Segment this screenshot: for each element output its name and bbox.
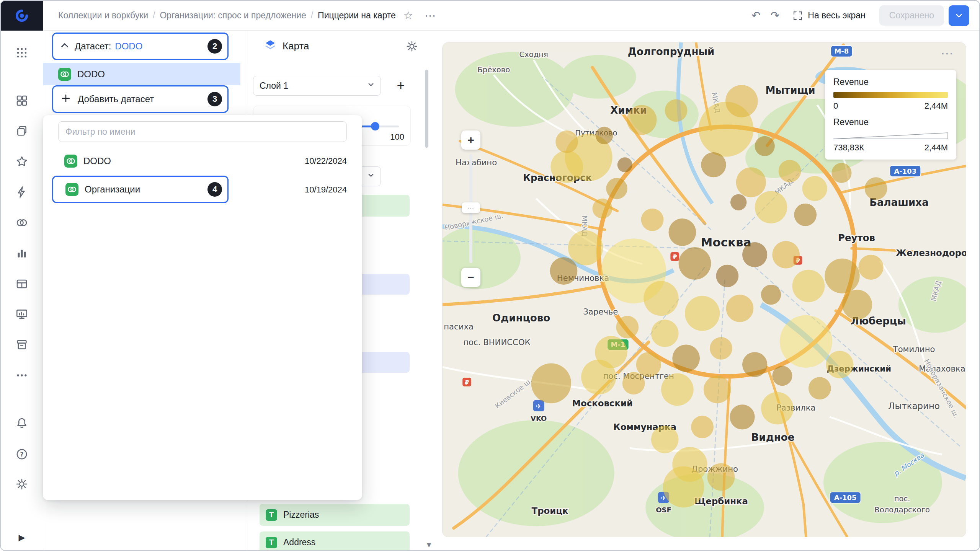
breadcrumb-workbook[interactable]: Организации: спрос и предложение — [160, 10, 306, 21]
help-icon[interactable]: ? — [1, 443, 43, 465]
zoom-slider-handle[interactable]: ⋯ — [462, 202, 480, 213]
revenue-bubble[interactable] — [651, 426, 679, 453]
revenue-bubble[interactable] — [568, 230, 603, 265]
revenue-bubble[interactable] — [581, 360, 616, 395]
favorites-icon[interactable] — [1, 151, 43, 172]
revenue-bubble[interactable] — [792, 270, 825, 302]
revenue-bubble[interactable] — [825, 258, 859, 293]
revenue-bubble[interactable] — [730, 404, 755, 429]
zoom-out-button[interactable]: − — [461, 268, 480, 287]
revenue-bubble[interactable] — [651, 320, 679, 347]
revenue-bubble[interactable] — [617, 157, 632, 172]
save-dropdown-button[interactable] — [949, 5, 969, 26]
editor-icon[interactable] — [1, 181, 43, 203]
storage-icon[interactable] — [1, 334, 43, 355]
fullscreen-icon[interactable] — [792, 10, 803, 21]
revenue-bubble[interactable] — [831, 163, 851, 183]
map-container[interactable]: СходняБрёховоДолгопрудныйМытищиХимкиПути… — [442, 42, 966, 537]
revenue-bubble[interactable] — [780, 315, 832, 368]
fullscreen-label[interactable]: На весь экран — [808, 10, 866, 21]
add-layer-button[interactable]: + — [391, 76, 411, 96]
revenue-bubble[interactable] — [641, 209, 664, 231]
revenue-bubble[interactable] — [665, 99, 688, 122]
redo-icon[interactable]: ↷ — [771, 9, 779, 22]
revenue-bubble[interactable] — [761, 285, 781, 305]
zoom-in-button[interactable]: + — [461, 130, 480, 150]
revenue-bubble[interactable] — [794, 204, 817, 226]
workbooks-icon[interactable] — [1, 90, 43, 111]
scroll-down-icon[interactable]: ▾ — [427, 540, 431, 549]
collections-icon[interactable] — [1, 120, 43, 142]
dataset-list-item[interactable]: Организации 4 10/19/2024 — [43, 173, 362, 206]
revenue-bubble[interactable] — [550, 257, 578, 285]
dataset-list-item[interactable]: DODO 10/22/2024 — [43, 149, 362, 173]
field-chip-address[interactable]: T Address — [260, 531, 410, 551]
more-icon[interactable] — [1, 365, 43, 386]
datasets-icon[interactable] — [1, 212, 43, 233]
revenue-bubble[interactable] — [710, 337, 732, 360]
revenue-bubble[interactable] — [622, 372, 645, 395]
layer-select[interactable]: Слой 1 — [253, 76, 381, 96]
expand-sidebar-icon[interactable]: ▶ — [1, 533, 43, 542]
dataset-header[interactable]: Датасет: DODO 2 — [52, 33, 229, 60]
revenue-bubble[interactable] — [663, 466, 704, 508]
charts-icon[interactable] — [1, 243, 43, 264]
revenue-bubble[interactable] — [685, 296, 720, 331]
revenue-bubble[interactable] — [808, 377, 831, 399]
slider-handle[interactable] — [371, 122, 379, 130]
revenue-bubble[interactable] — [672, 345, 700, 372]
revenue-bubble[interactable] — [661, 373, 694, 406]
revenue-bubble[interactable] — [691, 416, 714, 439]
favorite-star-icon[interactable]: ☆ — [403, 9, 413, 22]
revenue-bubble[interactable] — [704, 376, 731, 403]
revenue-bubble[interactable] — [725, 85, 758, 117]
revenue-bubble[interactable] — [865, 177, 887, 200]
saved-button[interactable]: Сохранено — [879, 5, 944, 26]
revenue-bubble[interactable] — [755, 191, 787, 223]
undo-icon[interactable]: ↶ — [751, 9, 760, 22]
revenue-bubble[interactable] — [716, 265, 738, 287]
revenue-bubble[interactable] — [644, 281, 678, 316]
revenue-bubble[interactable] — [636, 352, 661, 377]
dashboards-icon[interactable] — [1, 303, 43, 325]
notifications-icon[interactable] — [1, 412, 43, 434]
gear-icon[interactable] — [406, 40, 418, 54]
revenue-bubble[interactable] — [772, 366, 792, 386]
revenue-bubble[interactable] — [772, 241, 800, 269]
tables-icon[interactable] — [1, 273, 43, 295]
apps-grid-icon[interactable] — [1, 42, 43, 64]
settings-icon[interactable] — [1, 473, 43, 495]
revenue-bubble[interactable] — [606, 178, 627, 199]
revenue-bubble[interactable] — [742, 242, 767, 267]
dataset-filter-input[interactable] — [58, 121, 347, 142]
revenue-bubble[interactable] — [531, 363, 571, 403]
revenue-bubble[interactable] — [858, 255, 883, 280]
revenue-bubble[interactable] — [555, 130, 578, 153]
map-more-menu-icon[interactable]: ⋯ — [941, 46, 954, 61]
revenue-bubble[interactable] — [802, 176, 827, 201]
revenue-bubble[interactable] — [701, 152, 726, 177]
breadcrumb-collections[interactable]: Коллекции и воркбуки — [58, 10, 148, 21]
revenue-bubble[interactable] — [550, 150, 583, 183]
revenue-bubble[interactable] — [755, 136, 775, 156]
highlighted-dataset-box[interactable]: Организации 4 — [52, 176, 229, 203]
revenue-bubble[interactable] — [842, 290, 872, 320]
revenue-bubble[interactable] — [779, 160, 801, 183]
field-chip-pizzerias[interactable]: T Pizzerias — [260, 504, 410, 526]
revenue-bubble[interactable] — [627, 105, 657, 135]
revenue-bubble[interactable] — [669, 218, 696, 246]
revenue-bubble[interactable] — [726, 295, 754, 322]
revenue-bubble[interactable] — [616, 316, 639, 339]
add-dataset-button[interactable]: Добавить датасет 3 — [52, 85, 229, 113]
more-menu-icon[interactable]: ⋯ — [425, 9, 437, 22]
revenue-bubble[interactable] — [742, 352, 767, 377]
revenue-bubble[interactable] — [730, 194, 746, 210]
datalens-logo[interactable] — [1, 1, 43, 31]
revenue-bubble[interactable] — [593, 199, 612, 218]
revenue-bubble[interactable] — [826, 351, 854, 378]
revenue-bubble[interactable] — [761, 392, 794, 425]
revenue-bubble[interactable] — [679, 247, 711, 280]
selected-dataset-row[interactable]: DODO — [43, 63, 240, 85]
revenue-bubble[interactable] — [707, 463, 735, 491]
panel-scrollbar-thumb[interactable] — [425, 70, 428, 148]
